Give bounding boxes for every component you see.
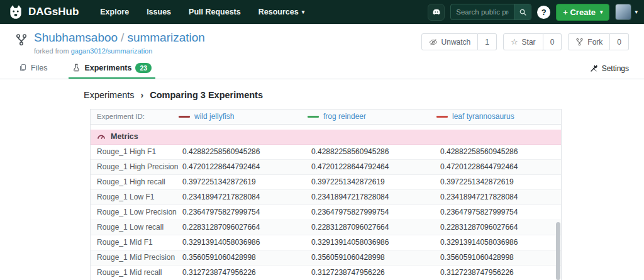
tab-settings[interactable]: Settings: [590, 59, 629, 79]
navbar-right: ? + Create ▾ ▾: [428, 4, 638, 21]
metric-row: Rouge_1 Low recall 0.22831287096027664 0…: [91, 220, 561, 235]
metric-value: 0.22831287096027664: [436, 223, 561, 232]
fork-group: Fork 0: [568, 33, 629, 50]
metric-row: Rouge_1 Mid recall 0.3127238747956226 0.…: [91, 266, 561, 280]
experiments-compare-table: Experiment ID: wild jellyfish frog reind…: [90, 109, 562, 280]
metrics-rows: Rouge_1 High F1 0.42882258560945286 0.42…: [91, 145, 561, 280]
metric-value: 0.23418947217828084: [436, 193, 561, 201]
forked-from-link[interactable]: gagan3012/summarization: [71, 47, 153, 55]
metric-name: Rouge_1 Mid recall: [91, 268, 179, 277]
experiment-color-swatch: [436, 116, 448, 118]
search-button[interactable]: [514, 4, 531, 20]
watch-group: Unwatch 1: [421, 33, 497, 50]
metric-value: 0.23647975827999754: [436, 208, 561, 216]
tab-settings-label: Settings: [602, 64, 629, 73]
help-icon: ?: [541, 8, 547, 17]
metric-value: 0.3972251342872619: [308, 177, 436, 186]
experiment-color-swatch: [308, 116, 319, 118]
repo-header: Shubhamsaboo/summarization forked from g…: [0, 24, 644, 59]
metric-name: Rouge_1 Low F1: [91, 193, 179, 201]
watch-count[interactable]: 1: [478, 33, 497, 50]
metric-value: 0.23647975827999754: [308, 208, 436, 216]
metric-value: 0.42882258560945286: [308, 147, 436, 156]
star-count[interactable]: 0: [543, 33, 562, 50]
discord-icon: [431, 7, 441, 17]
unwatch-icon: [429, 38, 438, 47]
repo-separator: /: [121, 31, 124, 44]
metrics-section-label: Metrics: [111, 132, 138, 141]
star-group: ☆ Star 0: [503, 33, 562, 50]
user-menu[interactable]: ▾: [615, 4, 638, 20]
metric-value: 0.3560591060428998: [308, 253, 436, 262]
tab-experiments[interactable]: Experiments 23: [69, 59, 155, 79]
breadcrumb: Experiments › Comparing 3 Experiments: [84, 90, 644, 100]
forked-from: forked from gagan3012/summarization: [34, 47, 205, 55]
experiment-color-swatch: [179, 116, 190, 118]
metric-name: Rouge_1 Mid F1: [91, 238, 179, 247]
create-button-label: + Create: [563, 8, 596, 17]
metric-value: 0.42882258560945286: [436, 147, 561, 156]
experiment-column-link[interactable]: leaf tyrannosaurus: [436, 112, 561, 121]
repo-name-link[interactable]: summarization: [127, 31, 205, 44]
repo-graph-icon: [15, 33, 28, 55]
search-input[interactable]: [451, 4, 514, 20]
breadcrumb-experiments-link[interactable]: Experiments: [84, 90, 135, 100]
chevron-down-icon: ▾: [600, 9, 603, 15]
table-spacer: [91, 125, 561, 130]
metric-value: 0.3127238747956226: [436, 268, 561, 277]
repo-tabbar: Files Experiments 23 Settings: [0, 59, 644, 79]
metrics-gauge-icon: [97, 132, 106, 141]
star-icon: ☆: [511, 37, 518, 47]
create-button[interactable]: + Create ▾: [556, 4, 609, 21]
experiment-column-link[interactable]: frog reindeer: [308, 112, 436, 121]
metric-row: Rouge_1 Low Precision 0.2364797582799975…: [91, 205, 561, 220]
metric-value: 0.3560591060428998: [179, 253, 308, 262]
star-label: Star: [522, 38, 536, 47]
tab-files[interactable]: Files: [15, 59, 51, 79]
unwatch-button[interactable]: Unwatch: [421, 33, 479, 50]
metric-value: 0.3127238747956226: [308, 268, 436, 277]
search-box: [450, 4, 531, 20]
metrics-section-header: Metrics: [91, 130, 561, 145]
experiment-column-link[interactable]: wild jellyfish: [179, 112, 308, 121]
metric-name: Rouge_1 High F1: [91, 147, 179, 156]
dagshub-logo-icon: [8, 4, 24, 20]
breadcrumb-chevron-icon: ›: [141, 90, 144, 100]
metric-value: 0.47201228644792464: [436, 162, 561, 171]
files-icon: [19, 64, 27, 72]
nav-item-issues[interactable]: Issues: [138, 8, 180, 16]
fork-button[interactable]: Fork: [568, 33, 610, 50]
metric-value: 0.23418947217828084: [179, 193, 308, 201]
fork-icon: [575, 38, 584, 46]
fork-count[interactable]: 0: [610, 33, 629, 50]
star-button[interactable]: ☆ Star: [503, 33, 543, 50]
nav-item-pull-requests[interactable]: Pull Requests: [180, 8, 250, 16]
discord-button[interactable]: [428, 4, 445, 21]
metric-value: 0.22831287096027664: [308, 223, 436, 232]
metric-row: Rouge_1 Mid Precision 0.3560591060428998…: [91, 250, 561, 266]
metric-value: 0.47201228644792464: [308, 162, 436, 171]
nav-item-resources[interactable]: Resources ▾: [250, 8, 313, 16]
repo-actions: Unwatch 1 ☆ Star 0 Fork: [421, 31, 629, 55]
metric-value: 0.32913914058036986: [308, 238, 436, 247]
metric-value: 0.3972251342872619: [179, 177, 308, 186]
metric-row: Rouge_1 High recall 0.3972251342872619 0…: [91, 175, 561, 190]
metric-value: 0.3972251342872619: [436, 177, 561, 186]
metric-name: Rouge_1 Low recall: [91, 223, 179, 232]
experiments-count-badge: 23: [135, 63, 152, 73]
repo-title: Shubhamsaboo/summarization: [34, 31, 205, 45]
metric-row: Rouge_1 Mid F1 0.32913914058036986 0.329…: [91, 235, 561, 250]
experiments-beaker-icon: [72, 64, 80, 72]
help-button[interactable]: ?: [537, 6, 550, 19]
brand-link[interactable]: DAGsHub: [8, 4, 79, 20]
metric-row: Rouge_1 Low F1 0.23418947217828084 0.234…: [91, 190, 561, 205]
search-icon: [519, 8, 527, 16]
nav-item-explore[interactable]: Explore: [91, 8, 138, 16]
repo-owner-link[interactable]: Shubhamsaboo: [34, 31, 118, 44]
main-content: Experiments › Comparing 3 Experiments Ex…: [0, 90, 644, 280]
table-header-row: Experiment ID: wild jellyfish frog reind…: [91, 109, 561, 125]
metric-value: 0.23418947217828084: [308, 193, 436, 201]
table-scrollbar-thumb[interactable]: [556, 222, 560, 280]
tab-experiments-label: Experiments: [84, 64, 131, 72]
settings-wrench-icon: [590, 64, 598, 72]
